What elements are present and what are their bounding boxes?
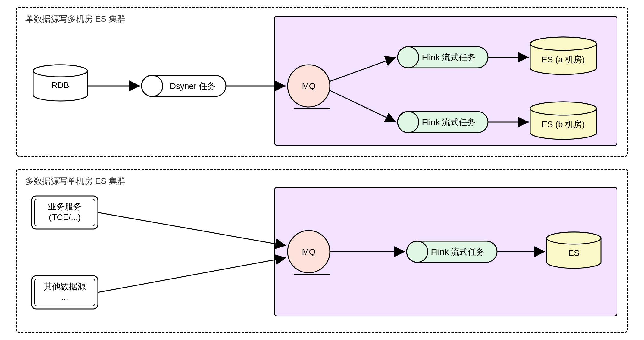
label-flink2: Flink 流式任务 bbox=[411, 117, 486, 128]
label-other2: ... bbox=[36, 292, 93, 303]
diagram-canvas: 单数据源写多机房 ES 集群 多数据源写单机房 ES 集群 bbox=[0, 0, 644, 340]
label-es-b: ES (b 机房) bbox=[539, 119, 587, 130]
label-other1: 其他数据源 bbox=[36, 281, 93, 292]
panel1-title: 单数据源写多机房 ES 集群 bbox=[25, 13, 126, 25]
label-mq1: MQ bbox=[301, 81, 316, 92]
label-es-a: ES (a 机房) bbox=[539, 54, 587, 65]
label-biz2: (TCE/...) bbox=[36, 212, 93, 223]
label-biz1: 业务服务 bbox=[36, 201, 93, 212]
label-dsyner: Dsyner 任务 bbox=[163, 81, 223, 92]
label-rdb: RDB bbox=[48, 80, 72, 91]
label-mq2: MQ bbox=[301, 247, 316, 257]
panel2-title: 多数据源写单机房 ES 集群 bbox=[25, 175, 126, 187]
label-flink1: Flink 流式任务 bbox=[411, 52, 486, 63]
label-flink-single: Flink 流式任务 bbox=[420, 247, 496, 257]
label-es-single: ES bbox=[565, 248, 583, 259]
